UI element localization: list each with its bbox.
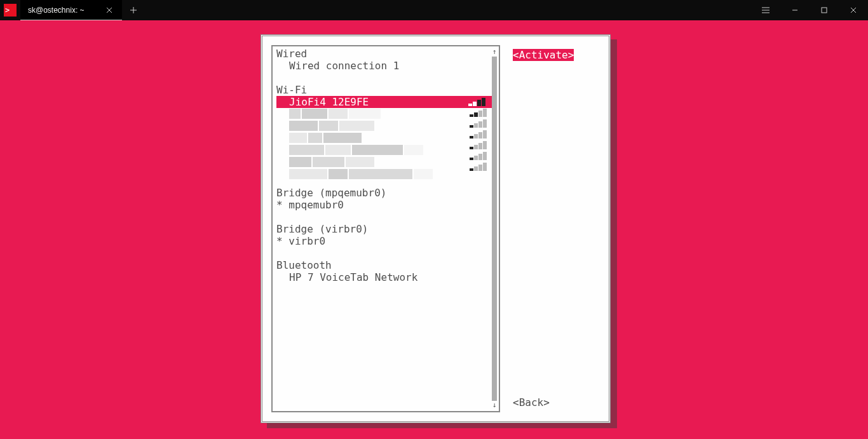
app-icon bbox=[0, 0, 20, 20]
back-button[interactable]: <Back> bbox=[513, 396, 574, 409]
minimize-button[interactable] bbox=[780, 0, 810, 20]
close-window-button[interactable] bbox=[839, 0, 868, 20]
conn-bluetooth-0[interactable]: HP 7 VoiceTab Network bbox=[276, 271, 491, 283]
connection-list[interactable]: Wired Wired connection 1 Wi-Fi JioFi4 12… bbox=[276, 46, 498, 411]
conn-bridge1-0[interactable]: * mpqemubr0 bbox=[276, 199, 491, 211]
conn-label: HP 7 VoiceTab Network bbox=[289, 271, 491, 283]
dialog-side-buttons: <Activate> <Back> bbox=[513, 45, 574, 412]
conn-label: JioFi4 12E9FE bbox=[289, 96, 468, 108]
section-bridge2-header: Bridge (virbr0) bbox=[276, 223, 491, 235]
scroll-track[interactable] bbox=[492, 57, 497, 401]
conn-label: Wired connection 1 bbox=[289, 60, 491, 72]
section-wifi-header: Wi-Fi bbox=[276, 84, 491, 96]
new-tab-button[interactable] bbox=[122, 0, 145, 20]
conn-bridge2-0[interactable]: * virbr0 bbox=[276, 235, 491, 247]
tab-title: sk@ostechnix: ~ bbox=[28, 6, 100, 15]
activate-button[interactable]: <Activate> bbox=[513, 49, 574, 61]
window-titlebar: sk@ostechnix: ~ bbox=[0, 0, 868, 20]
wifi-signal-icon bbox=[468, 98, 494, 106]
connection-list-panel: Wired Wired connection 1 Wi-Fi JioFi4 12… bbox=[271, 45, 500, 412]
conn-wifi-selected[interactable]: JioFi4 12E9FE bbox=[276, 96, 494, 108]
menu-icon[interactable] bbox=[751, 0, 780, 20]
nmtui-dialog: Wired Wired connection 1 Wi-Fi JioFi4 12… bbox=[261, 34, 611, 423]
list-scrollbar[interactable]: ↑ ↓ bbox=[491, 48, 498, 410]
section-bluetooth-header: Bluetooth bbox=[276, 259, 491, 271]
terminal-tab[interactable]: sk@ostechnix: ~ bbox=[20, 0, 122, 20]
conn-wired-0[interactable]: Wired connection 1 bbox=[276, 60, 491, 72]
svg-rect-0 bbox=[822, 8, 827, 13]
close-tab-icon[interactable] bbox=[104, 5, 114, 15]
maximize-button[interactable] bbox=[810, 0, 839, 20]
section-bridge1-header: Bridge (mpqemubr0) bbox=[276, 187, 491, 199]
section-wired-header: Wired bbox=[276, 48, 491, 60]
wifi-redacted-list bbox=[289, 108, 491, 178]
scroll-down-arrow-icon[interactable]: ↓ bbox=[492, 401, 497, 410]
terminal-surface: Wired Wired connection 1 Wi-Fi JioFi4 12… bbox=[0, 20, 868, 439]
scroll-up-arrow-icon[interactable]: ↑ bbox=[492, 48, 497, 57]
